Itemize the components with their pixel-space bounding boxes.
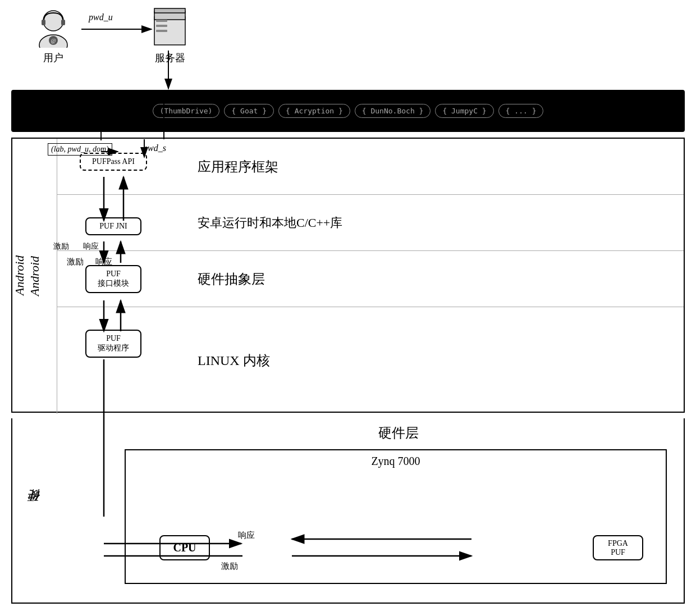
puf-interface-label2: 接口模块: [92, 279, 135, 289]
puf-jni-label: PUF JNI: [92, 222, 135, 231]
excite-hw-label: 激励: [221, 561, 238, 572]
diagram-container: @ 用户 服务器 pwd_u (ThumbDrive) { Goat } { A…: [0, 0, 696, 616]
pufpass-api-label: PUFPass API: [88, 157, 139, 166]
svg-rect-3: [61, 20, 65, 25]
svg-rect-2: [42, 20, 45, 25]
linux-title: LINUX 内核: [198, 352, 270, 369]
response-hw-label: 响应: [238, 530, 255, 541]
zynq-box: Zynq 7000 CPU FPGA PUF 响应 激励: [125, 449, 667, 584]
zynq-label: Zynq 7000: [126, 450, 666, 468]
android-section: 应用程序框架 安卓运行时和本地C/C++库 硬件抽象层 LINUX 内核 And…: [11, 138, 685, 413]
svg-text:@: @: [51, 38, 56, 44]
response-label-android: 响应: [95, 257, 112, 267]
pwd-s-label: pwd_s: [143, 143, 166, 153]
android-label: Android: [28, 256, 42, 296]
toolbar-item-4: { DunNo.Boch }: [355, 104, 431, 118]
puf-driver-label2: 驱动程序: [92, 343, 135, 353]
fpga-label: FPGA: [608, 539, 628, 548]
user-block: @ 用户: [34, 8, 73, 65]
runtime-title: 安卓运行时和本地C/C++库: [198, 215, 342, 231]
hardware-side-label-container: 硬件: [12, 418, 57, 604]
user-icon: @: [34, 8, 73, 48]
toolbar-item-1: (ThumbDrive): [153, 104, 220, 118]
toolbar-item-5: { JumpyC }: [435, 104, 493, 118]
cpu-label: CPU: [173, 541, 196, 554]
toolbar: (ThumbDrive) { Goat } { Acryption } { Du…: [11, 90, 685, 132]
puf-driver-label1: PUF: [92, 334, 135, 343]
user-label: 用户: [34, 51, 73, 65]
toolbar-item-2: { Goat }: [224, 104, 274, 118]
hardware-layer-title: 硬件层: [125, 424, 672, 442]
svg-rect-10: [156, 25, 167, 27]
toolbar-item-6: { ... }: [498, 104, 544, 118]
linux-layer: LINUX 内核: [57, 307, 684, 414]
svg-rect-8: [154, 8, 185, 13]
puf-interface-box: PUF 接口模块: [85, 265, 141, 293]
android-side-label: Android: [12, 139, 27, 411]
toolbar-item-3: { Acryption }: [278, 104, 350, 118]
server-block: 服务器: [152, 6, 188, 65]
lab-pwd-dom-label: (lab, pwd_u, dom): [48, 143, 112, 156]
response-label-2: 响应: [83, 241, 99, 252]
cpu-box: CPU: [159, 535, 210, 560]
hardware-section: 硬件层 Zynq 7000 CPU FPGA PUF 响应 激励 硬件: [11, 418, 685, 604]
hal-layer: 硬件抽象层: [57, 251, 684, 307]
server-label: 服务器: [152, 51, 188, 65]
puf-driver-box: PUF 驱动程序: [85, 330, 141, 358]
app-framework-title: 应用程序框架: [198, 158, 278, 176]
puf-hw-label: PUF: [611, 548, 625, 557]
svg-rect-9: [156, 20, 167, 22]
svg-rect-11: [156, 30, 167, 32]
excite-label-android: 激励: [67, 257, 84, 267]
fpga-puf-box: FPGA PUF: [593, 535, 643, 560]
runtime-layer: 安卓运行时和本地C/C++库: [57, 195, 684, 251]
hal-title: 硬件抽象层: [198, 270, 265, 288]
server-icon: [152, 6, 188, 48]
pwd-u-top-label: pwd_u: [89, 12, 113, 22]
hardware-title: 硬件层: [378, 424, 419, 442]
svg-point-0: [43, 11, 63, 31]
puf-interface-label1: PUF: [92, 270, 135, 279]
excite-label-2: 激励: [53, 241, 69, 252]
puf-jni-box: PUF JNI: [85, 217, 141, 235]
